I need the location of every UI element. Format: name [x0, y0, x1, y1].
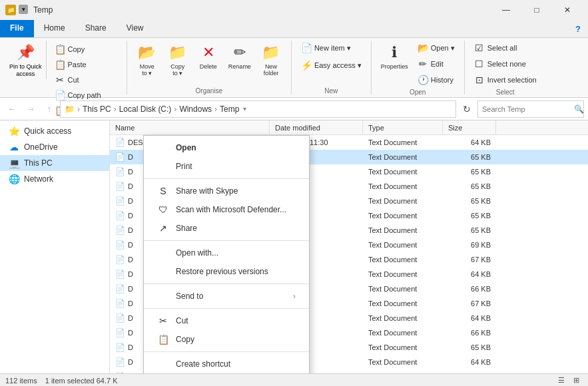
file-icon: 📄 — [115, 226, 125, 235]
context-menu-item[interactable]: ↗Share — [144, 219, 309, 238]
cut-button[interactable]: ✂ Cut — [51, 73, 119, 87]
file-name: D — [128, 358, 133, 366]
new-folder-button[interactable]: 📁 Newfolder — [256, 41, 286, 78]
select-all-button[interactable]: ☑ Select all — [470, 41, 541, 55]
organise-group: 📂 Moveto ▾ 📁 Copyto ▾ ✕ Delete ✏ Rename … — [127, 41, 292, 95]
file-name: D — [128, 241, 133, 249]
context-menu-item[interactable]: SShare with Skype — [144, 182, 309, 200]
tab-share[interactable]: Share — [75, 20, 117, 37]
address-path[interactable]: 📁 › This PC › Local Disk (C:) › Windows … — [60, 100, 456, 118]
rename-button[interactable]: ✏ Rename — [224, 41, 255, 71]
edit-button[interactable]: ✏ Edit — [414, 57, 459, 71]
copy-to-label: Copyto ▾ — [170, 63, 184, 77]
paste-button[interactable]: 📋 Paste — [51, 57, 119, 72]
context-menu-item[interactable]: Print — [144, 157, 309, 176]
ctx-item-icon — [157, 142, 169, 154]
context-menu-item[interactable]: Restore previous versions — [144, 262, 309, 281]
open-button[interactable]: 📂 Open ▾ — [414, 41, 459, 55]
select-none-button[interactable]: ☐ Select none — [470, 57, 541, 71]
select-label: Select — [470, 87, 541, 96]
tiles-view-button[interactable]: ⊞ — [569, 375, 583, 387]
file-icon: 📄 — [115, 270, 125, 279]
tab-home[interactable]: Home — [34, 20, 75, 37]
history-button[interactable]: 🕐 History — [414, 73, 459, 87]
quick-access-label: Quick access — [24, 126, 71, 136]
col-header-size[interactable]: Size — [443, 120, 496, 134]
file-name: D — [128, 299, 133, 307]
pin-button[interactable]: 📌 Pin to Quickaccess — [5, 41, 47, 79]
ctx-item-icon: ↗ — [157, 222, 169, 234]
folder-icon-small: 📁 — [5, 5, 16, 15]
copy-label: Copy — [68, 45, 85, 53]
file-name: D — [128, 314, 133, 322]
file-size: 66 KB — [443, 373, 496, 373]
file-size: 65 KB — [443, 168, 496, 176]
details-view-button[interactable]: ☰ — [555, 375, 568, 387]
search-box[interactable]: 🔍 — [477, 100, 584, 118]
copy-to-button[interactable]: 📁 Copyto ▾ — [163, 41, 192, 78]
organise-items: 📂 Moveto ▾ 📁 Copyto ▾ ✕ Delete ✏ Rename … — [133, 41, 286, 86]
refresh-button[interactable]: ↻ — [459, 101, 475, 117]
context-menu: OpenPrintSShare with Skype🛡Scan with Mic… — [143, 135, 310, 373]
back-button[interactable]: ← — [4, 101, 20, 117]
path-temp: Temp — [220, 104, 239, 114]
move-to-button[interactable]: 📂 Moveto ▾ — [133, 41, 162, 78]
col-header-name[interactable]: Name — [110, 120, 270, 134]
open-group: ℹ Properties 📂 Open ▾ ✏ Edit 🕐 History — [372, 41, 465, 95]
file-size: 65 KB — [443, 153, 496, 161]
properties-button[interactable]: ℹ Properties — [377, 41, 412, 71]
help-button[interactable]: ? — [568, 20, 588, 37]
ctx-item-label: Open with... — [176, 248, 218, 258]
context-menu-item[interactable]: ✂Cut — [144, 311, 309, 330]
sidebar-item-network[interactable]: 🌐 Network — [0, 171, 109, 187]
close-button[interactable]: ✕ — [552, 0, 583, 20]
file-type: Text Document — [363, 168, 443, 176]
file-icon: 📄 — [115, 167, 125, 176]
window-controls: — □ ✕ — [491, 0, 583, 20]
ctx-item-label: Print — [176, 162, 192, 171]
maximize-button[interactable]: □ — [521, 0, 552, 20]
easy-access-button[interactable]: ⚡ Easy access ▾ — [297, 58, 366, 73]
file-type: Text Document — [363, 373, 443, 373]
sidebar: ⭐ Quick access ☁ OneDrive 💻 This PC 🌐 Ne… — [0, 120, 110, 373]
context-menu-item[interactable]: Send to› — [144, 287, 309, 305]
copy-button[interactable]: 📋 Copy — [51, 42, 119, 57]
up-button[interactable]: ↑ — [41, 101, 57, 117]
select-none-icon: ☐ — [474, 59, 485, 69]
pin-label: Pin to Quickaccess — [9, 63, 42, 78]
new-item-button[interactable]: 📄 New item ▾ — [297, 41, 366, 55]
properties-icon: ℹ — [384, 42, 405, 63]
search-input[interactable] — [482, 105, 574, 113]
file-type: Text Document — [363, 314, 443, 322]
sidebar-item-quick-access[interactable]: ⭐ Quick access — [0, 123, 109, 139]
file-list-header: Name Date modified Type Size — [110, 120, 588, 135]
rename-icon: ✏ — [229, 42, 250, 63]
path-thispc-label: This PC — [83, 104, 111, 114]
file-size: 64 KB — [443, 270, 496, 278]
quick-access-icon: ⭐ — [8, 126, 20, 136]
invert-selection-button[interactable]: ⊡ Invert selection — [470, 73, 541, 87]
delete-button[interactable]: ✕ Delete — [194, 41, 223, 71]
ctx-item-label: Share — [176, 224, 197, 233]
context-menu-item[interactable]: Open — [144, 138, 309, 157]
context-menu-item[interactable]: Create shortcut — [144, 355, 309, 373]
path-chevron: ▾ — [243, 105, 246, 112]
context-menu-item[interactable]: Open with... — [144, 244, 309, 262]
tab-view[interactable]: View — [117, 20, 154, 37]
context-menu-item[interactable]: 🛡Scan with Microsoft Defender... — [144, 200, 309, 219]
context-menu-item[interactable]: 📋Copy — [144, 330, 309, 349]
paste-icon: 📋 — [55, 59, 65, 70]
col-header-date[interactable]: Date modified — [270, 120, 363, 134]
sidebar-item-thispc[interactable]: 💻 This PC — [0, 155, 109, 171]
tab-file[interactable]: File — [0, 20, 34, 37]
title-bar-arrow-icon[interactable]: ▾ — [19, 5, 28, 14]
ctx-item-label: Send to — [176, 291, 203, 301]
invert-label: Invert selection — [487, 76, 537, 84]
forward-button[interactable]: → — [23, 101, 39, 117]
col-header-type[interactable]: Type — [363, 120, 443, 134]
minimize-button[interactable]: — — [491, 0, 521, 20]
file-size: 64 KB — [443, 314, 496, 322]
sidebar-item-onedrive[interactable]: ☁ OneDrive — [0, 139, 109, 155]
file-name: D — [128, 226, 133, 234]
file-size: 67 KB — [443, 299, 496, 307]
